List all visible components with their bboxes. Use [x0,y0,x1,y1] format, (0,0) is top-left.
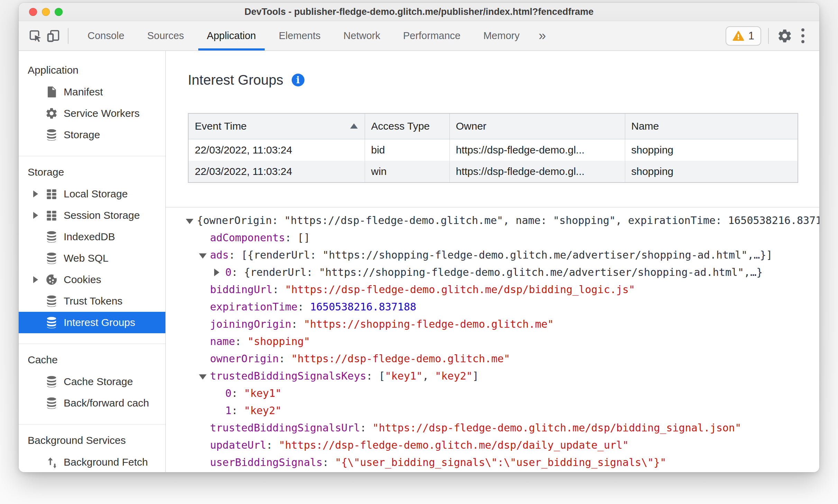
json-tree-line[interactable]: userBiddingSignals: "{\"user_bidding_sig… [166,454,819,471]
more-tabs-button[interactable]: » [531,28,554,43]
grid-icon [45,209,58,222]
json-preview-text: : [291,318,304,330]
info-icon[interactable]: i [292,74,304,86]
cell-access-type: bid [365,139,449,161]
json-tree-line[interactable]: ads: [{renderUrl: "https://shopping-fled… [166,246,819,264]
sidebar-item-session-storage[interactable]: Session Storage [19,205,165,226]
table-header-row: Event TimeAccess TypeOwnerName [188,113,798,139]
column-header-event-time[interactable]: Event Time [188,113,365,139]
json-tree-line[interactable]: biddingUrl: "https://dsp-fledge-demo.gli… [166,281,819,298]
json-preview-text: : [273,283,285,296]
json-tree-line[interactable]: trustedBiddingSignalsKeys: ["key1", "key… [166,367,819,385]
sidebar-item-interest-groups[interactable]: Interest Groups [19,312,165,333]
close-window-button[interactable] [29,8,37,16]
sidebar-item-cache-storage[interactable]: Cache Storage [19,371,165,392]
kebab-menu-icon[interactable] [794,26,812,46]
table-row[interactable]: 22/03/2022, 11:03:24winhttps://dsp-fledg… [188,161,798,183]
issues-count: 1 [748,30,754,42]
json-tree-line[interactable]: adComponents: [] [166,229,819,246]
sidebar-item-local-storage[interactable]: Local Storage [19,183,165,205]
database-icon [45,316,58,329]
expand-arrow-icon[interactable] [33,276,38,283]
sort-ascending-icon [350,123,358,129]
three-dots-icon [801,28,804,43]
json-preview-text: : [231,387,244,399]
sidebar-item-back-forward-cach[interactable]: Back/forward cach [19,392,165,414]
table-row[interactable]: 22/03/2022, 11:03:24bidhttps://dsp-fledg… [188,139,798,161]
json-tree-line[interactable]: updateUrl: "https://dsp-fledge-demo.glit… [166,437,819,454]
tab-memory[interactable]: Memory [472,21,531,50]
json-string-value: "key1" [244,387,281,399]
cell-name: shopping [625,161,798,183]
json-tree-line[interactable]: {ownerOrigin: "https://dsp-fledge-demo.g… [166,212,819,229]
tab-sources[interactable]: Sources [136,21,195,50]
tab-network[interactable]: Network [332,21,392,50]
json-tree-line[interactable]: trustedBiddingSignalsUrl: "https://dsp-f… [166,419,819,437]
tab-elements[interactable]: Elements [267,21,332,50]
sidebar-item-background-fetch[interactable]: Background Fetch [19,451,165,472]
sidebar-item-label: Web SQL [64,252,109,264]
sidebar-section-storage: StorageLocal StorageSession StorageIndex… [19,156,165,344]
column-header-owner[interactable]: Owner [449,113,625,139]
sidebar-item-label: Trust Tokens [64,295,122,307]
application-sidebar: ApplicationManifestService WorkersStorag… [19,51,166,472]
tab-console[interactable]: Console [76,21,136,50]
json-tree-line[interactable]: expirationTime: 1650538216.837188 [166,298,819,316]
minimize-window-button[interactable] [42,8,50,16]
json-key: adComponents [210,232,285,244]
fullscreen-window-button[interactable] [55,8,63,16]
device-toolbar-icon [46,29,61,43]
inspect-element-icon[interactable] [26,26,44,46]
json-key: trustedBiddingSignalsKeys [210,370,366,382]
file-icon [45,85,58,99]
grid-icon [45,187,58,200]
json-tree-line[interactable]: 0: "key1" [166,385,819,402]
sidebar-item-label: Storage [64,129,100,141]
column-header-name[interactable]: Name [625,113,798,139]
tab-performance[interactable]: Performance [392,21,472,50]
json-string-value: "https://dsp-fledge-demo.glitch.me/dsp/b… [373,422,741,434]
column-header-label: Owner [456,120,486,132]
tab-application[interactable]: Application [195,21,267,50]
window-title: DevTools - publisher-fledge-demo.glitch.… [19,7,819,17]
json-key: joiningOrigin [210,318,291,330]
toolbar-separator [68,28,69,44]
sidebar-item-trust-tokens[interactable]: Trust Tokens [19,290,165,312]
sidebar-section-header: Background Services [19,429,165,451]
devtools-window: DevTools - publisher-fledge-demo.glitch.… [19,3,819,472]
sidebar-item-service-workers[interactable]: Service Workers [19,103,165,124]
toolbar-right: 1 [726,26,812,46]
sidebar-item-cookies[interactable]: Cookies [19,269,165,290]
settings-gear-icon[interactable] [776,26,794,46]
expand-arrow-icon[interactable] [33,190,38,197]
traffic-lights [29,3,63,21]
expand-arrow-icon[interactable] [33,212,38,219]
cell-name: shopping [625,139,798,161]
collapse-arrow-icon[interactable] [186,219,193,224]
collapse-arrow-icon[interactable] [199,374,207,380]
expand-arrow-icon[interactable] [214,269,219,276]
database-icon [45,375,58,388]
sidebar-item-label: Cookies [64,274,101,286]
sidebar-item-storage[interactable]: Storage [19,124,165,146]
sidebar-item-manifest[interactable]: Manifest [19,81,165,103]
column-header-access-type[interactable]: Access Type [365,113,449,139]
database-icon [45,252,58,265]
collapse-arrow-icon[interactable] [199,253,207,259]
sidebar-item-web-sql[interactable]: Web SQL [19,248,165,269]
warning-triangle-icon [732,30,744,42]
json-string-value: "key2" [435,370,472,382]
json-preview-text: : [{renderUrl: "https://shopping-fledge-… [229,249,772,261]
json-preview-text: : {renderUrl: "https://shopping-fledge-d… [231,266,763,278]
sidebar-item-indexeddb[interactable]: IndexedDB [19,226,165,248]
toggle-device-toolbar-icon[interactable] [44,26,62,46]
json-tree-line[interactable]: name: "shopping" [166,333,819,350]
json-tree-line[interactable]: 1: "key2" [166,402,819,419]
sidebar-item-label: Service Workers [64,108,140,119]
json-tree-line[interactable]: ownerOrigin: "https://dsp-fledge-demo.gl… [166,350,819,367]
issues-badge[interactable]: 1 [726,26,761,46]
json-tree-line[interactable]: 0: {renderUrl: "https://shopping-fledge-… [166,264,819,281]
fetch-icon [45,456,58,469]
json-tree-line[interactable]: joiningOrigin: "https://shopping-fledge-… [166,316,819,333]
json-string-value: "https://dsp-fledge-demo.glitch.me/dsp/b… [285,283,635,296]
